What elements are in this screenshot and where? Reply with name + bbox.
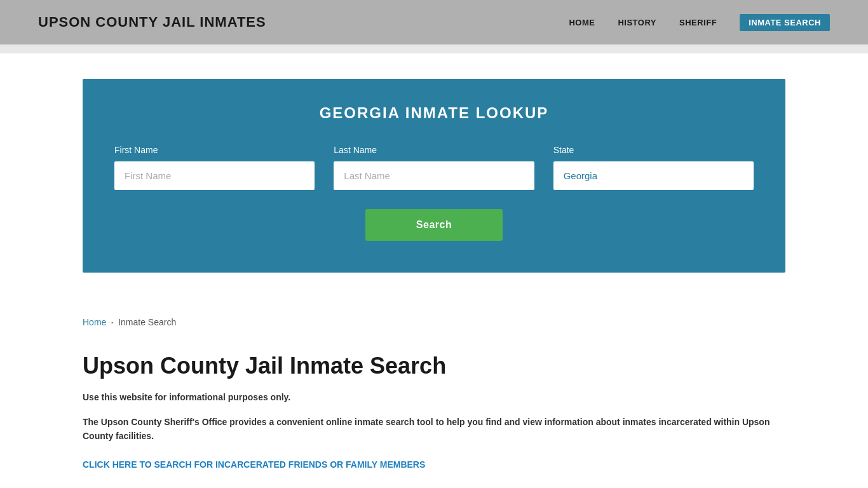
first-name-label: First Name: [114, 145, 315, 155]
sub-header-bar: [0, 44, 868, 53]
search-button[interactable]: Search: [365, 209, 503, 241]
disclaimer-text: Use this website for informational purpo…: [83, 392, 785, 402]
nav-history[interactable]: HISTORY: [618, 18, 656, 27]
main-content: Home • Inmate Search Upson County Jail I…: [0, 298, 868, 488]
first-name-group: First Name: [114, 145, 315, 190]
first-name-input[interactable]: [114, 161, 315, 190]
last-name-group: Last Name: [334, 145, 534, 190]
main-nav: HOME HISTORY SHERIFF INMATE SEARCH: [569, 14, 830, 31]
last-name-input[interactable]: [334, 161, 534, 190]
last-name-label: Last Name: [334, 145, 534, 155]
site-title: UPSON COUNTY JAIL INMATES: [38, 14, 266, 30]
state-input[interactable]: [553, 161, 754, 190]
description-text: The Upson County Sheriff's Office provid…: [83, 415, 785, 444]
page-title: Upson County Jail Inmate Search: [83, 353, 785, 379]
search-widget: GEORGIA INMATE LOOKUP First Name Last Na…: [83, 79, 785, 273]
form-row: First Name Last Name State: [114, 145, 754, 190]
breadcrumb-separator: •: [111, 320, 113, 325]
breadcrumb-current: Inmate Search: [118, 317, 176, 327]
breadcrumb: Home • Inmate Search: [83, 317, 785, 327]
cta-link[interactable]: CLICK HERE to Search for Incarcerated Fr…: [83, 459, 425, 470]
breadcrumb-home[interactable]: Home: [83, 317, 106, 327]
search-button-row: Search: [114, 209, 754, 241]
nav-sheriff[interactable]: SHERIFF: [679, 18, 717, 27]
widget-title: GEORGIA INMATE LOOKUP: [114, 104, 754, 122]
nav-inmate-search[interactable]: INMATE SEARCH: [740, 14, 830, 31]
state-group: State: [553, 145, 754, 190]
state-label: State: [553, 145, 754, 155]
nav-home[interactable]: HOME: [569, 18, 595, 27]
site-header: UPSON COUNTY JAIL INMATES HOME HISTORY S…: [0, 0, 868, 44]
